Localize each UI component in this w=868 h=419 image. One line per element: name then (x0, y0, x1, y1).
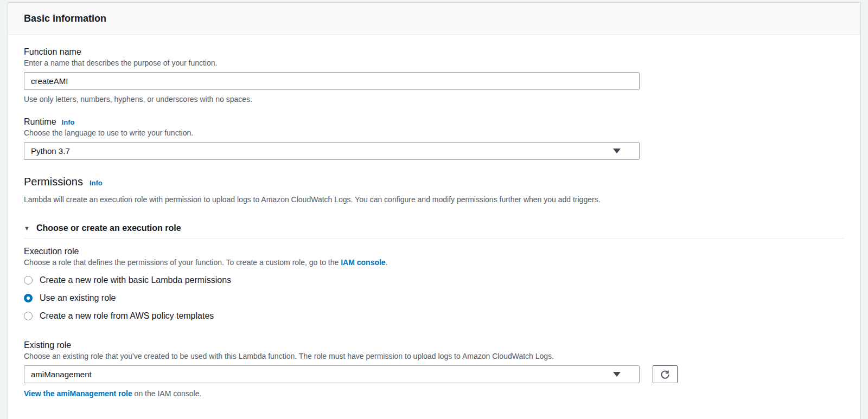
view-role-link[interactable]: View the amiManagement role (24, 389, 132, 398)
basic-information-panel: Basic information Function name Enter a … (8, 2, 861, 419)
runtime-field: Runtime Info Choose the language to use … (24, 117, 845, 160)
permissions-description: Lambda will create an execution role wit… (24, 195, 845, 204)
refresh-roles-button[interactable] (653, 365, 678, 383)
radio-option-new-role-basic[interactable]: Create a new role with basic Lambda perm… (24, 273, 845, 288)
expander-title: Choose or create an execution role (36, 223, 181, 233)
execution-role-description-period: . (386, 258, 388, 267)
function-name-constraint: Use only letters, numbers, hyphens, or u… (24, 95, 845, 104)
execution-role-field: Execution role Choose a role that define… (24, 247, 845, 324)
runtime-select[interactable]: Python 3.7 (24, 142, 640, 160)
execution-role-description-text: Choose a role that defines the permissio… (24, 258, 341, 267)
radio-unselected-icon[interactable] (24, 276, 33, 285)
expander-caret-icon: ▼ (24, 225, 30, 231)
view-role-line: View the amiManagement role on the IAM c… (24, 389, 845, 398)
function-name-input[interactable] (24, 72, 640, 90)
iam-console-link[interactable]: IAM console (341, 258, 385, 267)
runtime-info-link[interactable]: Info (62, 118, 75, 126)
existing-role-field: Existing role Choose an existing role th… (24, 340, 845, 398)
view-role-suffix: on the IAM console. (132, 389, 202, 398)
function-name-field: Function name Enter a name that describe… (24, 47, 845, 104)
radio-option-label: Create a new role from AWS policy templa… (40, 311, 214, 321)
execution-role-radio-group: Create a new role with basic Lambda perm… (24, 273, 845, 324)
runtime-description: Choose the language to use to write your… (24, 128, 845, 137)
function-name-label: Function name (24, 47, 845, 57)
radio-unselected-icon[interactable] (24, 312, 33, 320)
execution-role-expander: ▼ Choose or create an execution role (24, 223, 845, 238)
panel-title: Basic information (24, 13, 845, 24)
panel-body: Function name Enter a name that describe… (8, 35, 860, 419)
permissions-info-link[interactable]: Info (90, 179, 103, 187)
radio-option-label: Create a new role with basic Lambda perm… (40, 275, 231, 285)
runtime-label: Runtime (24, 117, 56, 127)
execution-role-label: Execution role (24, 247, 845, 256)
execution-role-description: Choose a role that defines the permissio… (24, 258, 845, 267)
refresh-icon (660, 369, 671, 380)
panel-header: Basic information (8, 3, 860, 35)
radio-option-label: Use an existing role (40, 293, 116, 303)
existing-role-description: Choose an existing role that you've crea… (24, 352, 845, 360)
permissions-title: Permissions (24, 176, 83, 188)
existing-role-label: Existing role (24, 340, 845, 350)
existing-role-selected-value: amiManagement (31, 370, 92, 379)
radio-option-new-role-templates[interactable]: Create a new role from AWS policy templa… (24, 308, 845, 324)
caret-down-icon (613, 149, 621, 153)
caret-down-icon (613, 372, 621, 377)
function-name-description: Enter a name that describes the purpose … (24, 59, 845, 67)
permissions-section-header: Permissions Info (24, 176, 845, 188)
existing-role-select[interactable]: amiManagement (24, 365, 640, 383)
expander-divider (24, 238, 845, 238)
radio-selected-icon[interactable] (24, 294, 33, 302)
radio-option-use-existing-role[interactable]: Use an existing role (24, 291, 845, 306)
execution-role-expander-header[interactable]: ▼ Choose or create an execution role (24, 223, 845, 233)
runtime-selected-value: Python 3.7 (31, 146, 70, 156)
